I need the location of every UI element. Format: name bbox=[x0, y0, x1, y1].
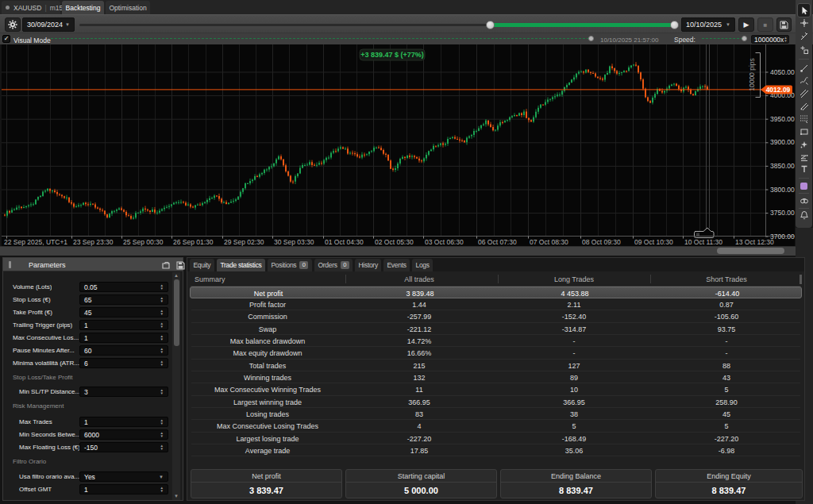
spinner-arrows-icon[interactable]: ▲▼ bbox=[160, 360, 164, 367]
panel-drag-grip[interactable] bbox=[9, 261, 11, 268]
export-parameters-icon[interactable] bbox=[162, 261, 172, 270]
tab-backtesting[interactable]: Backtesting bbox=[62, 1, 104, 14]
parameters-scrollbar-thumb[interactable] bbox=[174, 279, 179, 346]
speed-slider-handle[interactable] bbox=[742, 36, 747, 41]
param-input-field[interactable]: 60▲▼ bbox=[79, 345, 168, 356]
pitchfork-tool[interactable] bbox=[797, 100, 811, 113]
settings-gear-button[interactable] bbox=[5, 17, 21, 32]
channel-tool[interactable] bbox=[797, 87, 811, 100]
date-from-select[interactable]: 30/09/2024 ▼ bbox=[22, 17, 75, 32]
spinner-arrows-icon[interactable]: ▲▼ bbox=[160, 432, 164, 438]
spin-down-icon[interactable]: ▼ bbox=[160, 490, 164, 493]
visibility-tool[interactable] bbox=[797, 194, 811, 207]
table-row[interactable]: Net profit3 839.484 453.88-614.40 bbox=[190, 287, 802, 298]
results-scrollbar-thumb[interactable] bbox=[800, 275, 802, 284]
table-row[interactable]: Max Consecutive Losing Trades455 bbox=[190, 420, 802, 432]
playback-progress-handle[interactable] bbox=[588, 36, 594, 41]
text-tool[interactable] bbox=[797, 163, 811, 175]
spinner-arrows-icon[interactable]: ▲▼ bbox=[160, 444, 164, 451]
param-input-field[interactable]: 1▲▼ bbox=[79, 484, 168, 494]
start-button[interactable]: ▶ bbox=[738, 17, 754, 32]
playback-progress-track[interactable] bbox=[51, 38, 589, 39]
spinner-arrows-icon[interactable]: ▲▼ bbox=[160, 297, 164, 303]
elliott-tool[interactable] bbox=[797, 151, 811, 164]
param-input-field[interactable]: 6▲▼ bbox=[79, 358, 168, 368]
param-input-field[interactable]: 1▲▼ bbox=[79, 333, 168, 343]
spin-down-icon[interactable]: ▼ bbox=[160, 364, 164, 367]
scroll-up-icon[interactable]: ▲ bbox=[174, 273, 179, 278]
tab-logs[interactable]: Logs bbox=[412, 259, 433, 271]
spin-down-icon[interactable]: ▼ bbox=[160, 351, 164, 354]
param-input-field[interactable]: 65▲▼ bbox=[79, 294, 168, 305]
speed-value-input[interactable]: 1000000x ▲▼ bbox=[751, 35, 789, 44]
param-input-dropdown[interactable]: Yes▼ bbox=[79, 471, 168, 482]
date-to-select[interactable]: 10/10/2025 ▼ bbox=[681, 17, 735, 32]
table-row[interactable]: Profit factor1.442.110.87 bbox=[190, 298, 802, 310]
spin-down-icon[interactable]: ▼ bbox=[160, 338, 164, 341]
alert-bell-tool[interactable] bbox=[797, 209, 811, 221]
fibonacci-tool[interactable] bbox=[797, 113, 811, 125]
tab-equity[interactable]: Equity bbox=[190, 259, 214, 271]
table-row[interactable]: Largest winning trade366.95366.95258.90 bbox=[190, 396, 802, 408]
spin-down-icon[interactable]: ▼ bbox=[160, 435, 164, 438]
spin-down-icon[interactable]: ▼ bbox=[160, 325, 164, 329]
measure-tool[interactable] bbox=[797, 30, 811, 43]
stop-button[interactable]: ■ bbox=[757, 17, 773, 32]
save-parameters-icon[interactable] bbox=[176, 261, 185, 270]
table-row[interactable]: Max Consecutive Winning Trades11105 bbox=[190, 383, 802, 395]
table-row[interactable]: Winning trades1328943 bbox=[190, 371, 802, 383]
tab-orders[interactable]: Orders0 bbox=[314, 259, 353, 271]
visual-mode-checkbox[interactable]: ✓ bbox=[2, 35, 10, 43]
speed-slider-track[interactable] bbox=[702, 38, 743, 39]
spin-down-icon[interactable]: ▼ bbox=[160, 392, 164, 395]
table-row[interactable]: Commission-257.99-152.40-105.60 bbox=[190, 310, 802, 322]
chart-scrollbar-thumb[interactable] bbox=[717, 248, 784, 254]
spin-down-icon[interactable]: ▼ bbox=[160, 300, 164, 303]
spinner-arrows-icon[interactable]: ▲▼ bbox=[160, 335, 164, 341]
table-row[interactable]: Largest losing trade-227.20-168.49-227.2… bbox=[190, 433, 802, 444]
save-report-button[interactable] bbox=[776, 17, 792, 32]
spin-down-icon[interactable]: ▼ bbox=[160, 287, 164, 290]
table-row[interactable]: Total trades21512788 bbox=[190, 360, 802, 371]
tab-history[interactable]: History bbox=[355, 259, 381, 271]
spinner-arrows-icon[interactable]: ▲▼ bbox=[160, 348, 164, 354]
rectangle-tool[interactable] bbox=[797, 125, 811, 138]
cursor-tool[interactable] bbox=[797, 3, 811, 17]
tab-trade-statistics[interactable]: Trade statistics bbox=[217, 259, 265, 271]
trendline-tool[interactable] bbox=[797, 62, 811, 75]
tab-optimisation[interactable]: Optimisation bbox=[106, 1, 150, 14]
param-input-field[interactable]: -150▲▼ bbox=[79, 442, 168, 452]
polyline-tool[interactable] bbox=[797, 75, 811, 87]
param-input-field[interactable]: 3▲▼ bbox=[79, 387, 168, 397]
anchor-tool[interactable] bbox=[797, 44, 811, 56]
table-row[interactable]: Max balance drawdown14.72%-- bbox=[190, 335, 802, 347]
spin-down-icon[interactable]: ▼ bbox=[784, 40, 787, 43]
crosshair-tool[interactable] bbox=[797, 17, 811, 29]
spinner-arrows-icon[interactable]: ▲▼ bbox=[160, 389, 164, 395]
table-row[interactable]: Average trade17.8535.06-6.98 bbox=[190, 444, 802, 456]
spin-down-icon[interactable]: ▼ bbox=[160, 313, 164, 316]
tab-positions[interactable]: Positions0 bbox=[268, 259, 312, 271]
range-start-handle[interactable] bbox=[486, 21, 495, 29]
param-input-field[interactable]: 1▲▼ bbox=[79, 320, 168, 330]
spinner-arrows-icon[interactable]: ▲▼ bbox=[160, 487, 164, 493]
spin-down-icon[interactable]: ▼ bbox=[160, 448, 164, 451]
param-input-field[interactable]: 6000▲▼ bbox=[79, 429, 168, 440]
param-input-field[interactable]: 45▲▼ bbox=[79, 307, 168, 317]
scroll-down-icon[interactable]: ▼ bbox=[174, 494, 179, 498]
param-input-field[interactable]: 1▲▼ bbox=[79, 417, 168, 427]
table-row[interactable]: Max equity drawdown16.66%-- bbox=[190, 347, 802, 359]
spinner-arrows-icon[interactable]: ▲▼ bbox=[784, 37, 787, 43]
spinner-arrows-icon[interactable]: ▲▼ bbox=[160, 284, 164, 290]
range-end-handle[interactable] bbox=[670, 21, 679, 29]
spin-down-icon[interactable]: ▼ bbox=[160, 422, 164, 425]
chart-horizontal-scrollbar[interactable]: ◄ ► bbox=[0, 246, 796, 256]
tab-events[interactable]: Events bbox=[383, 259, 410, 271]
tab-xauusd[interactable]: XAUUSD|m15 bbox=[2, 1, 60, 14]
table-row[interactable]: Losing trades833845 bbox=[190, 408, 802, 420]
spinner-arrows-icon[interactable]: ▲▼ bbox=[160, 419, 164, 425]
arrows-tool[interactable] bbox=[797, 138, 811, 151]
param-input-field[interactable]: 0.05▲▼ bbox=[79, 282, 168, 292]
color-swatch-tool[interactable] bbox=[797, 179, 811, 192]
spinner-arrows-icon[interactable]: ▲▼ bbox=[160, 322, 164, 329]
